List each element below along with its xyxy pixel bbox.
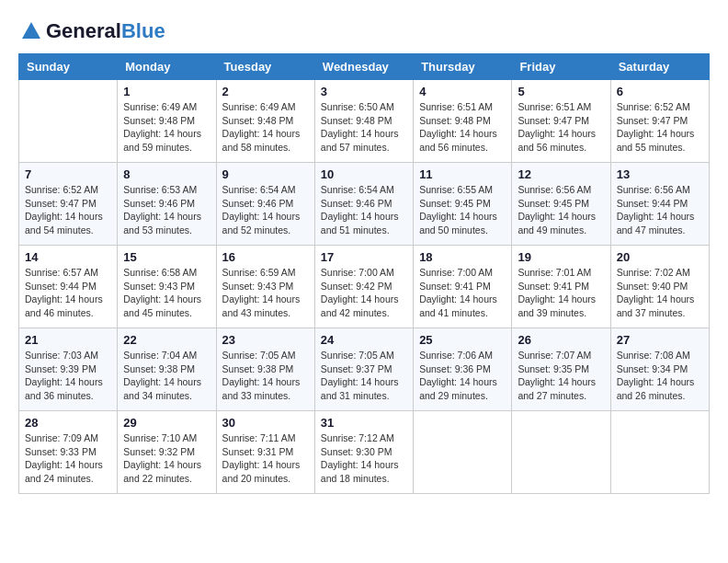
day-info: Sunrise: 7:05 AM Sunset: 9:37 PM Dayligh…	[321, 349, 407, 403]
day-info: Sunrise: 7:08 AM Sunset: 9:34 PM Dayligh…	[617, 349, 703, 403]
logo-text: GeneralBlue	[46, 20, 165, 42]
day-number: 31	[321, 416, 407, 430]
day-info: Sunrise: 6:52 AM Sunset: 9:47 PM Dayligh…	[617, 100, 703, 155]
calendar-cell: 9Sunrise: 6:54 AM Sunset: 9:46 PM Daylig…	[216, 163, 314, 246]
calendar-cell: 29Sunrise: 7:10 AM Sunset: 9:32 PM Dayli…	[118, 411, 216, 494]
day-info: Sunrise: 6:53 AM Sunset: 9:46 PM Dayligh…	[123, 183, 210, 237]
day-number: 9	[222, 167, 309, 181]
day-number: 27	[617, 333, 703, 347]
day-info: Sunrise: 6:51 AM Sunset: 9:48 PM Dayligh…	[419, 100, 506, 155]
day-info: Sunrise: 6:59 AM Sunset: 9:43 PM Dayligh…	[222, 266, 309, 320]
day-number: 30	[222, 416, 309, 430]
day-number: 1	[123, 85, 210, 98]
day-number: 18	[419, 250, 506, 264]
day-info: Sunrise: 6:52 AM Sunset: 9:47 PM Dayligh…	[25, 183, 111, 237]
calendar-cell	[19, 80, 118, 163]
calendar-cell: 11Sunrise: 6:55 AM Sunset: 9:45 PM Dayli…	[414, 163, 512, 246]
weekday-header: Sunday	[19, 54, 118, 80]
day-number: 5	[518, 85, 604, 98]
weekday-header: Monday	[118, 54, 216, 80]
day-number: 12	[518, 167, 604, 181]
calendar-cell: 19Sunrise: 7:01 AM Sunset: 9:41 PM Dayli…	[512, 246, 610, 328]
calendar-week-row: 1Sunrise: 6:49 AM Sunset: 9:48 PM Daylig…	[19, 80, 710, 163]
day-number: 10	[321, 167, 407, 181]
calendar-cell: 6Sunrise: 6:52 AM Sunset: 9:47 PM Daylig…	[610, 80, 709, 163]
day-number: 11	[419, 167, 506, 181]
day-info: Sunrise: 7:01 AM Sunset: 9:41 PM Dayligh…	[518, 266, 604, 320]
svg-marker-0	[22, 22, 40, 39]
day-info: Sunrise: 6:55 AM Sunset: 9:45 PM Dayligh…	[419, 183, 506, 237]
calendar-cell: 18Sunrise: 7:00 AM Sunset: 9:41 PM Dayli…	[414, 246, 512, 328]
day-info: Sunrise: 6:54 AM Sunset: 9:46 PM Dayligh…	[222, 183, 309, 237]
day-number: 19	[518, 250, 604, 264]
day-info: Sunrise: 7:03 AM Sunset: 9:39 PM Dayligh…	[25, 349, 111, 403]
weekday-header: Wednesday	[314, 54, 413, 80]
calendar-cell	[610, 411, 709, 494]
day-number: 2	[222, 85, 309, 98]
day-info: Sunrise: 7:12 AM Sunset: 9:30 PM Dayligh…	[321, 431, 407, 486]
day-number: 7	[25, 167, 111, 181]
weekday-header: Thursday	[414, 54, 512, 80]
calendar-week-row: 7Sunrise: 6:52 AM Sunset: 9:47 PM Daylig…	[19, 163, 710, 246]
day-info: Sunrise: 7:05 AM Sunset: 9:38 PM Dayligh…	[222, 349, 309, 403]
day-number: 14	[25, 250, 111, 264]
day-number: 6	[617, 85, 703, 98]
calendar-cell: 22Sunrise: 7:04 AM Sunset: 9:38 PM Dayli…	[118, 328, 216, 411]
calendar-cell: 7Sunrise: 6:52 AM Sunset: 9:47 PM Daylig…	[19, 163, 118, 246]
day-number: 25	[419, 333, 506, 347]
day-info: Sunrise: 7:02 AM Sunset: 9:40 PM Dayligh…	[617, 266, 703, 320]
day-number: 15	[123, 250, 210, 264]
day-info: Sunrise: 6:49 AM Sunset: 9:48 PM Dayligh…	[123, 100, 210, 155]
day-info: Sunrise: 7:06 AM Sunset: 9:36 PM Dayligh…	[419, 349, 506, 403]
day-number: 26	[518, 333, 604, 347]
calendar-week-row: 14Sunrise: 6:57 AM Sunset: 9:44 PM Dayli…	[19, 246, 710, 328]
day-info: Sunrise: 6:56 AM Sunset: 9:44 PM Dayligh…	[617, 183, 703, 237]
calendar-cell: 23Sunrise: 7:05 AM Sunset: 9:38 PM Dayli…	[216, 328, 314, 411]
day-number: 21	[25, 333, 111, 347]
day-info: Sunrise: 7:10 AM Sunset: 9:32 PM Dayligh…	[123, 431, 210, 486]
day-number: 3	[321, 85, 407, 98]
weekday-header-row: SundayMondayTuesdayWednesdayThursdayFrid…	[19, 54, 710, 80]
calendar-cell: 31Sunrise: 7:12 AM Sunset: 9:30 PM Dayli…	[314, 411, 413, 494]
logo: GeneralBlue	[18, 18, 165, 44]
calendar-cell: 3Sunrise: 6:50 AM Sunset: 9:48 PM Daylig…	[314, 80, 413, 163]
calendar-cell: 24Sunrise: 7:05 AM Sunset: 9:37 PM Dayli…	[314, 328, 413, 411]
calendar-cell: 20Sunrise: 7:02 AM Sunset: 9:40 PM Dayli…	[610, 246, 709, 328]
calendar-cell: 12Sunrise: 6:56 AM Sunset: 9:45 PM Dayli…	[512, 163, 610, 246]
day-info: Sunrise: 6:56 AM Sunset: 9:45 PM Dayligh…	[518, 183, 604, 237]
day-info: Sunrise: 7:11 AM Sunset: 9:31 PM Dayligh…	[222, 431, 309, 486]
calendar-cell: 4Sunrise: 6:51 AM Sunset: 9:48 PM Daylig…	[414, 80, 512, 163]
calendar-cell: 10Sunrise: 6:54 AM Sunset: 9:46 PM Dayli…	[314, 163, 413, 246]
day-info: Sunrise: 6:49 AM Sunset: 9:48 PM Dayligh…	[222, 100, 309, 155]
calendar-cell: 27Sunrise: 7:08 AM Sunset: 9:34 PM Dayli…	[610, 328, 709, 411]
calendar-cell: 16Sunrise: 6:59 AM Sunset: 9:43 PM Dayli…	[216, 246, 314, 328]
calendar-week-row: 21Sunrise: 7:03 AM Sunset: 9:39 PM Dayli…	[19, 328, 710, 411]
day-info: Sunrise: 7:00 AM Sunset: 9:41 PM Dayligh…	[419, 266, 506, 320]
calendar-cell: 21Sunrise: 7:03 AM Sunset: 9:39 PM Dayli…	[19, 328, 118, 411]
day-info: Sunrise: 6:51 AM Sunset: 9:47 PM Dayligh…	[518, 100, 604, 155]
calendar-cell: 13Sunrise: 6:56 AM Sunset: 9:44 PM Dayli…	[610, 163, 709, 246]
day-info: Sunrise: 6:57 AM Sunset: 9:44 PM Dayligh…	[25, 266, 111, 320]
calendar-cell: 5Sunrise: 6:51 AM Sunset: 9:47 PM Daylig…	[512, 80, 610, 163]
day-number: 13	[617, 167, 703, 181]
weekday-header: Tuesday	[216, 54, 314, 80]
calendar-week-row: 28Sunrise: 7:09 AM Sunset: 9:33 PM Dayli…	[19, 411, 710, 494]
day-number: 16	[222, 250, 309, 264]
calendar-cell: 14Sunrise: 6:57 AM Sunset: 9:44 PM Dayli…	[19, 246, 118, 328]
calendar-cell: 17Sunrise: 7:00 AM Sunset: 9:42 PM Dayli…	[314, 246, 413, 328]
day-info: Sunrise: 6:54 AM Sunset: 9:46 PM Dayligh…	[321, 183, 407, 237]
day-number: 23	[222, 333, 309, 347]
calendar-cell: 30Sunrise: 7:11 AM Sunset: 9:31 PM Dayli…	[216, 411, 314, 494]
calendar-cell: 26Sunrise: 7:07 AM Sunset: 9:35 PM Dayli…	[512, 328, 610, 411]
day-number: 4	[419, 85, 506, 98]
calendar-cell	[414, 411, 512, 494]
day-number: 28	[25, 416, 111, 430]
calendar-cell: 25Sunrise: 7:06 AM Sunset: 9:36 PM Dayli…	[414, 328, 512, 411]
day-info: Sunrise: 7:09 AM Sunset: 9:33 PM Dayligh…	[25, 431, 111, 486]
day-number: 8	[123, 167, 210, 181]
calendar-cell: 15Sunrise: 6:58 AM Sunset: 9:43 PM Dayli…	[118, 246, 216, 328]
day-number: 29	[123, 416, 210, 430]
weekday-header: Saturday	[610, 54, 709, 80]
calendar-cell: 1Sunrise: 6:49 AM Sunset: 9:48 PM Daylig…	[118, 80, 216, 163]
day-info: Sunrise: 6:50 AM Sunset: 9:48 PM Dayligh…	[321, 100, 407, 155]
